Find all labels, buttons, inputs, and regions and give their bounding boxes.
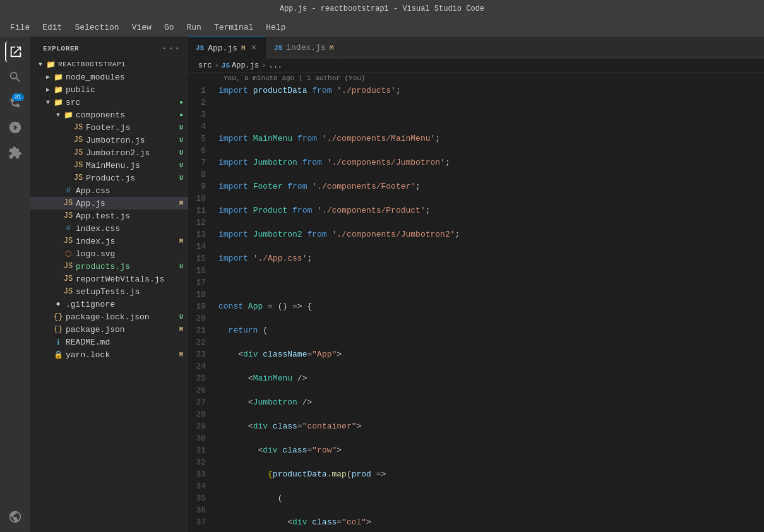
- package-json-icon: {}: [53, 324, 63, 334]
- extensions-activity-icon[interactable]: [5, 143, 25, 163]
- activity-bar: 31: [0, 37, 30, 532]
- menu-edit[interactable]: Edit: [37, 20, 67, 35]
- code-line-9: [218, 276, 754, 288]
- sidebar-item-node-modules[interactable]: ▶ 📁 node_modules: [30, 71, 188, 83]
- footer-js-icon: JS: [73, 122, 83, 133]
- sidebar-item-app-js[interactable]: ▶ JS App.js M: [30, 197, 188, 210]
- logo-svg-label: logo.svg: [76, 249, 115, 259]
- sidebar-item-mainmenu-js[interactable]: ▶ JS MainMenu.js U: [30, 159, 188, 172]
- menu-help[interactable]: Help: [261, 20, 290, 35]
- sidebar-item-app-css[interactable]: ▶ # App.css: [30, 184, 188, 197]
- sidebar-item-products-js[interactable]: ▶ JS products.js U: [30, 260, 188, 273]
- sidebar-item-public[interactable]: ▶ 📁 public: [30, 83, 188, 96]
- breadcrumb-appjs[interactable]: JSApp.js: [222, 61, 259, 70]
- index-js-badge: M: [179, 238, 183, 245]
- menu-terminal[interactable]: Terminal: [209, 20, 258, 35]
- tab-app-js[interactable]: JS App.js M ×: [188, 37, 266, 59]
- index-css-label: index.css: [76, 224, 120, 233]
- sidebar-item-app-test-js[interactable]: ▶ JS App.test.js: [30, 210, 188, 222]
- sidebar-item-readme[interactable]: ▶ ℹ README.md: [30, 336, 188, 348]
- sidebar-item-logo-svg[interactable]: ▶ ⬡ logo.svg: [30, 247, 188, 260]
- root-label: REACTBOOTSTRAP1: [58, 61, 126, 68]
- yarn-lock-badge: M: [179, 352, 183, 358]
- app-css-icon: #: [63, 186, 73, 196]
- source-control-activity-icon[interactable]: 31: [5, 92, 25, 112]
- code-line-6: import Product from './components/Produc…: [218, 204, 754, 216]
- code-line-11: return (: [218, 324, 754, 336]
- index-js-label: index.js: [76, 237, 115, 246]
- menu-run[interactable]: Run: [181, 20, 206, 35]
- git-blame-text: You, a minute ago | 1 author (You): [224, 74, 365, 82]
- app-test-js-icon: JS: [63, 211, 73, 221]
- git-blame-bar: You, a minute ago | 1 author (You): [188, 73, 764, 85]
- package-lock-icon: {}: [53, 312, 63, 322]
- sidebar-item-package-lock[interactable]: ▶ {} package-lock.json U: [30, 310, 188, 323]
- remote-activity-icon[interactable]: [5, 507, 25, 527]
- sidebar: EXPLORER ··· ▼ 📁 REACTBOOTSTRAP1 ▶ 📁 nod…: [30, 37, 188, 532]
- breadcrumb-src[interactable]: src: [198, 61, 212, 70]
- index-css-icon: #: [63, 223, 73, 233]
- sidebar-item-footer-js[interactable]: ▶ JS Footer.js U: [30, 121, 188, 134]
- sidebar-item-setup-tests[interactable]: ▶ JS setupTests.js: [30, 285, 188, 298]
- yarn-lock-label: yarn.lock: [66, 350, 110, 360]
- products-js-icon: JS: [63, 261, 73, 271]
- package-json-label: package.json: [66, 325, 125, 334]
- products-js-label: products.js: [76, 262, 130, 271]
- code-line-3: import MainMenu from './components/MainM…: [218, 133, 754, 145]
- sidebar-item-src[interactable]: ▼ 📁 src ●: [30, 96, 188, 109]
- code-line-16: <div class="row">: [218, 444, 754, 456]
- sidebar-item-gitignore[interactable]: ▶ ● .gitignore: [30, 298, 188, 310]
- sidebar-item-jumbotron-js[interactable]: ▶ JS Jumbotron.js U: [30, 134, 188, 146]
- mainmenu-js-label: MainMenu.js: [86, 161, 140, 170]
- root-folder-icon: 📁: [45, 59, 56, 69]
- sidebar-item-product-js[interactable]: ▶ JS Product.js U: [30, 172, 188, 184]
- public-label: public: [66, 85, 95, 95]
- sidebar-item-components[interactable]: ▼ 📁 components ●: [30, 109, 188, 121]
- title-bar: App.js - reactbootstrap1 - Visual Studio…: [0, 0, 764, 18]
- title-text: App.js - reactbootstrap1 - Visual Studio…: [280, 4, 484, 13]
- readme-icon: ℹ: [53, 337, 63, 347]
- breadcrumb-dots[interactable]: ...: [268, 61, 282, 70]
- tree-root[interactable]: ▼ 📁 REACTBOOTSTRAP1: [30, 58, 188, 71]
- jumbotron-js-badge: U: [179, 137, 183, 144]
- explorer-activity-icon[interactable]: [5, 42, 25, 62]
- code-editor[interactable]: import productData from './products'; im…: [213, 85, 764, 532]
- sidebar-item-index-js[interactable]: ▶ JS index.js M: [30, 235, 188, 247]
- mainmenu-js-badge: U: [179, 162, 183, 169]
- menu-view[interactable]: View: [127, 20, 157, 35]
- sidebar-item-yarn-lock[interactable]: ▶ 🔒 yarn.lock M: [30, 348, 188, 361]
- sidebar-item-index-css[interactable]: ▶ # index.css: [30, 222, 188, 235]
- sidebar-title: EXPLORER: [43, 45, 79, 52]
- src-icon: 📁: [53, 97, 63, 107]
- debug-activity-icon[interactable]: [5, 117, 25, 138]
- public-icon: 📁: [53, 85, 63, 95]
- sidebar-item-jumbotron2-js[interactable]: ▶ JS Jumbotron2.js U: [30, 146, 188, 159]
- products-js-badge: U: [179, 263, 183, 270]
- tab-bar: JS App.js M × JS index.js M: [188, 37, 764, 59]
- code-line-1: import productData from './products';: [218, 85, 754, 97]
- jumbotron-js-icon: JS: [73, 135, 83, 145]
- code-container[interactable]: 123 456 789 101112 131415 161718 192021 …: [188, 85, 764, 532]
- sidebar-more-button[interactable]: ···: [162, 43, 181, 54]
- search-activity-icon[interactable]: [5, 67, 25, 87]
- menu-go[interactable]: Go: [159, 20, 179, 35]
- menu-selection[interactable]: Selection: [69, 20, 124, 35]
- editor-area: JS App.js M × JS index.js M src › JSApp.…: [188, 37, 764, 532]
- app-js-badge: M: [179, 200, 183, 207]
- tab-index-js[interactable]: JS index.js M: [266, 37, 342, 59]
- report-web-vitals-icon: JS: [63, 274, 73, 284]
- main-layout: 31 EXPLORER ··· ▼ 📁 REACTBOOTSTRAP1 ▶ 📁 …: [0, 37, 764, 532]
- code-line-13: <MainMenu />: [218, 372, 754, 384]
- yarn-lock-icon: 🔒: [53, 350, 63, 360]
- tab-app-js-close[interactable]: ×: [249, 42, 258, 54]
- code-line-4: import Jumbotron from './components/Jumb…: [218, 157, 754, 168]
- sidebar-header: EXPLORER ···: [30, 37, 188, 58]
- node-modules-label: node_modules: [66, 73, 125, 82]
- public-arrow: ▶: [43, 85, 53, 95]
- menu-file[interactable]: File: [5, 20, 35, 35]
- breadcrumb-sep2: ›: [261, 61, 266, 70]
- sidebar-item-package-json[interactable]: ▶ {} package.json M: [30, 323, 188, 336]
- sidebar-item-report-web-vitals[interactable]: ▶ JS reportWebVitals.js: [30, 273, 188, 285]
- code-line-7: import Jumbotron2 from './components/Jum…: [218, 228, 754, 240]
- readme-label: README.md: [66, 338, 110, 347]
